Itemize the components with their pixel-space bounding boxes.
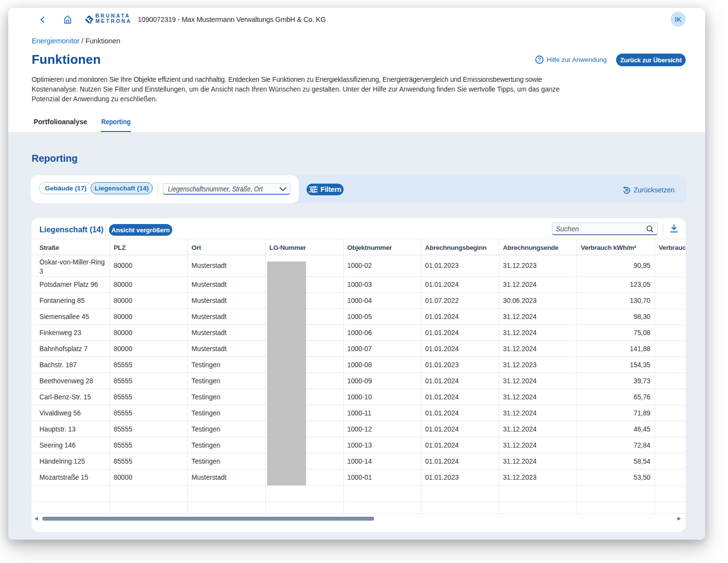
svg-text:?: ? — [538, 56, 541, 62]
